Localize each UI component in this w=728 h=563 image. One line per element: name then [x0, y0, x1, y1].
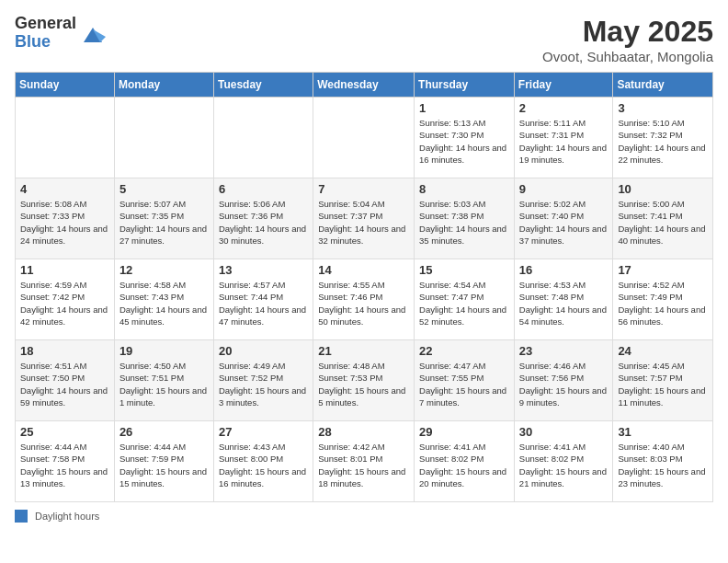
day-info: Sunrise: 4:41 AM Sunset: 8:02 PM Dayligh…: [519, 441, 609, 489]
page-header: General Blue May 2025 Ovoot, Suhbaatar, …: [15, 15, 713, 64]
day-info: Sunrise: 4:49 AM Sunset: 7:52 PM Dayligh…: [219, 360, 308, 408]
day-info: Sunrise: 4:50 AM Sunset: 7:51 PM Dayligh…: [119, 360, 209, 408]
day-cell: 21Sunrise: 4:48 AM Sunset: 7:53 PM Dayli…: [313, 340, 415, 421]
day-info: Sunrise: 4:44 AM Sunset: 7:58 PM Dayligh…: [20, 441, 109, 489]
day-cell: 17Sunrise: 4:52 AM Sunset: 7:49 PM Dayli…: [613, 259, 713, 340]
day-cell: 25Sunrise: 4:44 AM Sunset: 7:58 PM Dayli…: [16, 421, 115, 502]
header-cell-sunday: Sunday: [16, 73, 115, 98]
day-info: Sunrise: 4:40 AM Sunset: 8:03 PM Dayligh…: [618, 441, 708, 489]
header-cell-friday: Friday: [514, 73, 613, 98]
day-number: 5: [119, 182, 209, 196]
day-cell: 29Sunrise: 4:41 AM Sunset: 8:02 PM Dayli…: [415, 421, 515, 502]
day-cell: 15Sunrise: 4:54 AM Sunset: 7:47 PM Dayli…: [415, 259, 515, 340]
day-info: Sunrise: 4:42 AM Sunset: 8:01 PM Dayligh…: [318, 441, 409, 489]
week-row-1: 1Sunrise: 5:13 AM Sunset: 7:30 PM Daylig…: [16, 98, 713, 178]
logo-general-text: General: [15, 15, 76, 33]
day-cell: 18Sunrise: 4:51 AM Sunset: 7:50 PM Dayli…: [16, 340, 115, 421]
day-cell: 1Sunrise: 5:13 AM Sunset: 7:30 PM Daylig…: [415, 98, 515, 178]
day-info: Sunrise: 4:51 AM Sunset: 7:50 PM Dayligh…: [20, 360, 109, 408]
day-cell: 28Sunrise: 4:42 AM Sunset: 8:01 PM Dayli…: [313, 421, 415, 502]
month-title: May 2025: [542, 15, 713, 49]
day-info: Sunrise: 5:06 AM Sunset: 7:36 PM Dayligh…: [219, 198, 308, 247]
header-cell-tuesday: Tuesday: [213, 73, 313, 98]
day-cell: 23Sunrise: 4:46 AM Sunset: 7:56 PM Dayli…: [514, 340, 613, 421]
day-cell: 5Sunrise: 5:07 AM Sunset: 7:35 PM Daylig…: [114, 178, 213, 259]
day-info: Sunrise: 4:58 AM Sunset: 7:43 PM Dayligh…: [119, 279, 209, 327]
day-cell: 13Sunrise: 4:57 AM Sunset: 7:44 PM Dayli…: [213, 259, 313, 340]
day-number: 18: [20, 344, 109, 358]
day-info: Sunrise: 4:48 AM Sunset: 7:53 PM Dayligh…: [318, 360, 409, 408]
day-cell: 9Sunrise: 5:02 AM Sunset: 7:40 PM Daylig…: [514, 178, 613, 259]
logo: General Blue: [15, 15, 106, 52]
day-cell: 4Sunrise: 5:08 AM Sunset: 7:33 PM Daylig…: [16, 178, 115, 259]
day-cell: 10Sunrise: 5:00 AM Sunset: 7:41 PM Dayli…: [613, 178, 713, 259]
day-info: Sunrise: 4:52 AM Sunset: 7:49 PM Dayligh…: [618, 279, 708, 327]
day-number: 7: [318, 182, 409, 196]
day-cell: 11Sunrise: 4:59 AM Sunset: 7:42 PM Dayli…: [16, 259, 115, 340]
day-cell: 14Sunrise: 4:55 AM Sunset: 7:46 PM Dayli…: [313, 259, 415, 340]
day-number: 2: [519, 101, 609, 115]
day-number: 13: [219, 263, 308, 277]
day-info: Sunrise: 4:54 AM Sunset: 7:47 PM Dayligh…: [419, 279, 509, 327]
day-cell: 26Sunrise: 4:44 AM Sunset: 7:59 PM Dayli…: [114, 421, 213, 502]
day-number: 4: [20, 182, 109, 196]
week-row-5: 25Sunrise: 4:44 AM Sunset: 7:58 PM Dayli…: [16, 421, 713, 502]
day-info: Sunrise: 5:13 AM Sunset: 7:30 PM Dayligh…: [419, 117, 509, 166]
day-cell: [16, 98, 115, 178]
day-info: Sunrise: 5:11 AM Sunset: 7:31 PM Dayligh…: [519, 117, 609, 166]
daylight-box: [15, 510, 28, 523]
calendar-body: 1Sunrise: 5:13 AM Sunset: 7:30 PM Daylig…: [16, 98, 713, 502]
day-info: Sunrise: 4:43 AM Sunset: 8:00 PM Dayligh…: [219, 441, 308, 489]
week-row-3: 11Sunrise: 4:59 AM Sunset: 7:42 PM Dayli…: [16, 259, 713, 340]
location-text: Ovoot, Suhbaatar, Mongolia: [542, 49, 713, 64]
day-number: 29: [419, 425, 509, 439]
day-number: 11: [20, 263, 109, 277]
day-cell: 22Sunrise: 4:47 AM Sunset: 7:55 PM Dayli…: [415, 340, 515, 421]
day-number: 25: [20, 425, 109, 439]
day-info: Sunrise: 4:46 AM Sunset: 7:56 PM Dayligh…: [519, 360, 609, 408]
day-number: 19: [119, 344, 209, 358]
day-info: Sunrise: 4:53 AM Sunset: 7:48 PM Dayligh…: [519, 279, 609, 327]
day-info: Sunrise: 5:10 AM Sunset: 7:32 PM Dayligh…: [618, 117, 708, 166]
header-cell-wednesday: Wednesday: [313, 73, 415, 98]
day-number: 15: [419, 263, 509, 277]
day-number: 26: [119, 425, 209, 439]
day-info: Sunrise: 4:45 AM Sunset: 7:57 PM Dayligh…: [618, 360, 708, 408]
day-number: 20: [219, 344, 308, 358]
day-cell: 31Sunrise: 4:40 AM Sunset: 8:03 PM Dayli…: [613, 421, 713, 502]
day-info: Sunrise: 4:57 AM Sunset: 7:44 PM Dayligh…: [219, 279, 308, 327]
day-info: Sunrise: 4:47 AM Sunset: 7:55 PM Dayligh…: [419, 360, 509, 408]
day-info: Sunrise: 5:07 AM Sunset: 7:35 PM Dayligh…: [119, 198, 209, 247]
week-row-2: 4Sunrise: 5:08 AM Sunset: 7:33 PM Daylig…: [16, 178, 713, 259]
day-number: 12: [119, 263, 209, 277]
calendar-header: SundayMondayTuesdayWednesdayThursdayFrid…: [16, 73, 713, 98]
day-number: 10: [618, 182, 708, 196]
day-number: 30: [519, 425, 609, 439]
calendar-table: SundayMondayTuesdayWednesdayThursdayFrid…: [15, 72, 713, 502]
day-number: 27: [219, 425, 308, 439]
day-info: Sunrise: 5:00 AM Sunset: 7:41 PM Dayligh…: [618, 198, 708, 247]
day-cell: 20Sunrise: 4:49 AM Sunset: 7:52 PM Dayli…: [213, 340, 313, 421]
day-info: Sunrise: 4:59 AM Sunset: 7:42 PM Dayligh…: [20, 279, 109, 327]
title-block: May 2025 Ovoot, Suhbaatar, Mongolia: [542, 15, 713, 64]
day-number: 1: [419, 101, 509, 115]
day-cell: [114, 98, 213, 178]
day-cell: 24Sunrise: 4:45 AM Sunset: 7:57 PM Dayli…: [613, 340, 713, 421]
day-info: Sunrise: 5:04 AM Sunset: 7:37 PM Dayligh…: [318, 198, 409, 247]
day-cell: 30Sunrise: 4:41 AM Sunset: 8:02 PM Dayli…: [514, 421, 613, 502]
day-cell: 27Sunrise: 4:43 AM Sunset: 8:00 PM Dayli…: [213, 421, 313, 502]
day-cell: 8Sunrise: 5:03 AM Sunset: 7:38 PM Daylig…: [415, 178, 515, 259]
day-number: 8: [419, 182, 509, 196]
header-cell-monday: Monday: [114, 73, 213, 98]
week-row-4: 18Sunrise: 4:51 AM Sunset: 7:50 PM Dayli…: [16, 340, 713, 421]
day-cell: 3Sunrise: 5:10 AM Sunset: 7:32 PM Daylig…: [613, 98, 713, 178]
footer-label: Daylight hours: [35, 511, 99, 522]
day-cell: 12Sunrise: 4:58 AM Sunset: 7:43 PM Dayli…: [114, 259, 213, 340]
day-number: 23: [519, 344, 609, 358]
day-info: Sunrise: 4:55 AM Sunset: 7:46 PM Dayligh…: [318, 279, 409, 327]
day-cell: [313, 98, 415, 178]
day-info: Sunrise: 5:08 AM Sunset: 7:33 PM Dayligh…: [20, 198, 109, 247]
day-number: 16: [519, 263, 609, 277]
day-number: 24: [618, 344, 708, 358]
day-number: 9: [519, 182, 609, 196]
